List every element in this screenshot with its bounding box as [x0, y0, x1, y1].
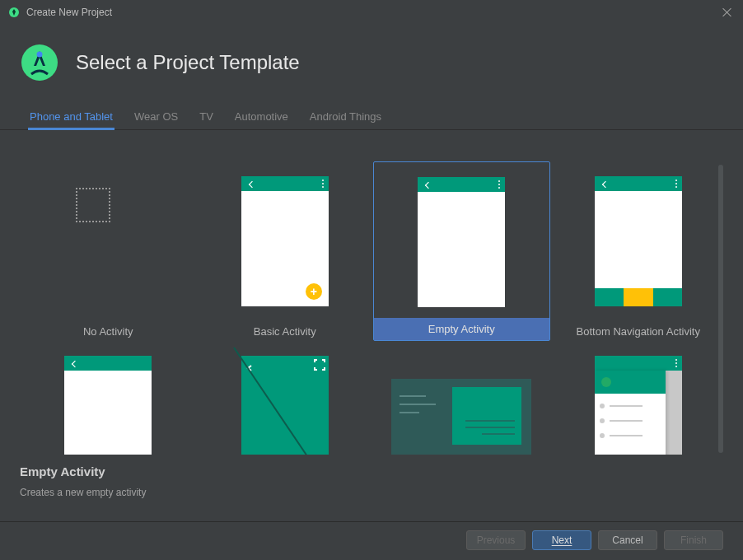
template-grid: No Activity + Basic Activity Empty Activ [20, 161, 727, 455]
titlebar: Create New Project [0, 0, 743, 25]
tab-bar: Phone and Tablet Wear OS TV Automotive A… [0, 107, 743, 130]
scrollbar[interactable] [718, 165, 723, 453]
template-row2-1[interactable] [20, 341, 197, 455]
tab-wear-os[interactable]: Wear OS [134, 107, 178, 129]
cancel-button[interactable]: Cancel [598, 530, 657, 550]
template-preview [595, 356, 682, 455]
template-preview [64, 356, 152, 455]
svg-point-2 [37, 52, 43, 58]
description-title: Empty Activity [20, 464, 723, 478]
overflow-icon [675, 180, 677, 188]
tab-phone-tablet[interactable]: Phone and Tablet [30, 107, 113, 129]
page-title: Select a Project Template [76, 51, 300, 74]
svg-point-1 [21, 44, 58, 81]
template-row2-3[interactable] [373, 341, 550, 455]
back-arrow-icon [423, 180, 431, 189]
template-preview: + [241, 176, 329, 306]
window-title: Create New Project [26, 7, 112, 18]
description-text: Creates a new empty activity [20, 487, 723, 498]
finish-button[interactable]: Finish [664, 530, 723, 550]
tab-android-things[interactable]: Android Things [310, 107, 381, 129]
previous-button[interactable]: Previous [466, 530, 526, 550]
template-row2-2[interactable] [197, 341, 374, 455]
back-arrow-icon [246, 180, 255, 188]
template-label: No Activity [20, 325, 197, 338]
tab-automotive[interactable]: Automotive [235, 107, 288, 129]
nav-drawer-icon [595, 371, 666, 455]
template-grid-viewport: No Activity + Basic Activity Empty Activ [20, 161, 727, 455]
template-preview [595, 176, 682, 306]
template-label: Bottom Navigation Activity [550, 325, 727, 338]
tab-tv[interactable]: TV [199, 107, 213, 129]
template-empty-activity[interactable]: Empty Activity [373, 161, 550, 341]
header: Select a Project Template [0, 25, 743, 107]
back-arrow-icon [600, 180, 608, 188]
template-bottom-nav-activity[interactable]: Bottom Navigation Activity [550, 161, 727, 341]
template-preview [64, 176, 152, 306]
overflow-icon [675, 359, 677, 367]
template-preview [418, 177, 505, 307]
close-icon[interactable] [722, 7, 733, 18]
empty-placeholder-icon [76, 188, 110, 222]
android-studio-logo-icon [20, 43, 59, 82]
template-label: Basic Activity [197, 325, 374, 338]
wizard-buttons: Previous Next Cancel Finish [466, 530, 723, 550]
description-panel: Empty Activity Creates a new empty activ… [20, 460, 723, 519]
template-preview [391, 379, 531, 455]
template-basic-activity[interactable]: + Basic Activity [197, 161, 374, 341]
android-studio-icon [8, 7, 20, 18]
divider [0, 521, 743, 522]
back-arrow-icon [69, 359, 77, 367]
template-preview [241, 356, 329, 455]
fab-plus-icon: + [306, 283, 322, 300]
overflow-icon [322, 180, 324, 188]
next-button[interactable]: Next [532, 530, 591, 550]
template-label: Empty Activity [374, 323, 549, 335]
template-no-activity[interactable]: No Activity [20, 161, 197, 341]
overflow-icon [498, 180, 500, 189]
template-row2-4[interactable] [550, 341, 727, 455]
